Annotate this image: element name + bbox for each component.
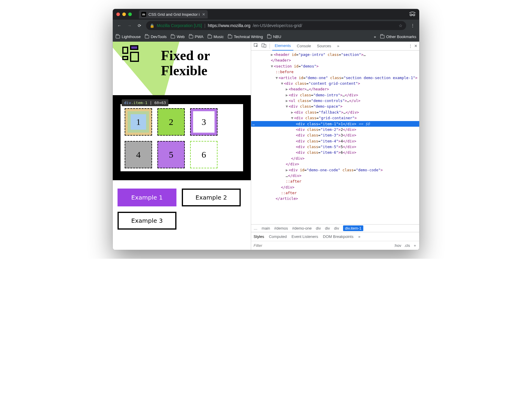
tab-elements[interactable]: Elements — [272, 42, 293, 51]
overflow-chevron-icon[interactable]: » — [374, 34, 376, 39]
tab-event-listeners[interactable]: Event Listeners — [292, 234, 318, 239]
styles-filter-row: :hov .cls ＋ — [251, 241, 419, 250]
tab-console[interactable]: Console — [295, 42, 314, 51]
tab-title: CSS Grid and Grid Inspector i — [148, 12, 200, 17]
menu-button[interactable]: ⋮ — [409, 22, 416, 29]
browser-tab[interactable]: m CSS Grid and Grid Inspector i ✕ — [139, 10, 208, 18]
crumb[interactable]: … — [254, 226, 257, 230]
bookmark-folder[interactable]: Music — [208, 34, 224, 39]
grid-container: 1 2 3 4 5 6 — [121, 104, 243, 171]
lock-icon: 🔒 — [150, 23, 154, 28]
dom-tree[interactable]: ▶<header id="page-intro" class="section"… — [251, 51, 419, 224]
grid-item-4[interactable]: 4 — [125, 141, 152, 168]
svg-rect-4 — [264, 45, 266, 47]
address-bar[interactable]: 🔒 Mozilla Corporation [US] | https://www… — [146, 21, 406, 30]
minimize-window-icon[interactable] — [122, 12, 126, 16]
crumb[interactable]: div — [325, 226, 330, 230]
dom-row-selected[interactable]: …<div class="item-1">1</div> == $0 — [251, 121, 419, 127]
breadcrumb-path: … main #demos #demo-one div div div div.… — [251, 224, 419, 232]
tab-dom-breakpoints[interactable]: DOM Breakpoints — [323, 234, 353, 239]
bookmark-folder[interactable]: DevTools — [145, 34, 167, 39]
grid-item-1[interactable]: 1 — [125, 108, 152, 136]
tab-computed[interactable]: Computed — [269, 234, 287, 239]
browser-window: m CSS Grid and Grid Inspector i ✕ ← → ⟳ … — [113, 9, 419, 250]
device-toggle-icon[interactable] — [261, 43, 267, 49]
grid-item-3[interactable]: 3 — [190, 108, 218, 136]
page-viewport: Fixed or Flexible div.item-1 | 60×63 1 2… — [113, 42, 251, 250]
tab-styles[interactable]: Styles — [254, 234, 264, 239]
inspect-icon[interactable] — [253, 43, 259, 49]
crumb[interactable]: main — [262, 226, 270, 230]
bookmark-star-icon[interactable]: ☆ — [399, 23, 403, 28]
crumb[interactable]: div — [334, 226, 339, 230]
devtools-menu-icon[interactable]: ⋮ — [409, 44, 412, 48]
crumb-selected[interactable]: div.item-1 — [343, 225, 363, 231]
content-split: Fixed or Flexible div.item-1 | 60×63 1 2… — [113, 42, 419, 250]
tab-sources[interactable]: Sources — [314, 42, 334, 51]
traffic-lights — [116, 12, 132, 16]
devtools-panel: Elements Console Sources » ⋮ ✕ ▶<header … — [251, 42, 419, 250]
example-2-button[interactable]: Example 2 — [182, 189, 241, 206]
styles-tabs: Styles Computed Event Listeners DOM Brea… — [251, 232, 419, 241]
grid-item-5[interactable]: 5 — [157, 141, 185, 168]
titlebar: m CSS Grid and Grid Inspector i ✕ — [113, 9, 419, 20]
grid-item-2[interactable]: 2 — [157, 108, 185, 136]
crumb[interactable]: #demo-one — [292, 226, 312, 230]
examples-row: Example 1 Example 2 Example 3 — [113, 180, 251, 236]
hov-toggle[interactable]: :hov — [394, 243, 401, 248]
other-bookmarks-folder[interactable]: Other Bookmarks — [380, 34, 416, 39]
bookmark-folder[interactable]: Web — [171, 34, 185, 39]
back-button[interactable]: ← — [116, 22, 123, 29]
forward-button[interactable]: → — [126, 22, 133, 29]
nav-toolbar: ← → ⟳ 🔒 Mozilla Corporation [US] | https… — [113, 20, 419, 32]
close-tab-icon[interactable]: ✕ — [202, 12, 205, 17]
bookmarks-bar: Lighthouse DevTools Web PWA Music Techni… — [113, 32, 419, 42]
example-1-button[interactable]: Example 1 — [118, 189, 176, 206]
bookmark-folder[interactable]: NBU — [267, 34, 281, 39]
url-host: https://www.mozilla.org — [208, 23, 250, 28]
page-title: Fixed or Flexible — [161, 48, 251, 78]
svg-point-1 — [413, 14, 415, 15]
new-style-rule-icon[interactable]: ＋ — [413, 243, 417, 248]
incognito-icon — [409, 12, 416, 17]
maximize-window-icon[interactable] — [128, 12, 132, 16]
cls-toggle[interactable]: .cls — [404, 243, 410, 248]
demo-space: 1 2 3 4 5 6 — [113, 95, 251, 180]
svg-point-0 — [410, 14, 412, 15]
url-path: /en-US/developer/css-grid/ — [253, 23, 302, 28]
bookmark-folder[interactable]: PWA — [189, 34, 204, 39]
favicon-icon: m — [141, 12, 146, 17]
example-3-button[interactable]: Example 3 — [118, 212, 176, 230]
bookmark-folder[interactable]: Lighthouse — [116, 34, 141, 39]
crumb[interactable]: #demos — [274, 226, 288, 230]
grid-item-6[interactable]: 6 — [190, 141, 218, 168]
bookmark-folder[interactable]: Technical Writing — [228, 34, 263, 39]
devtools-tabs: Elements Console Sources » ⋮ ✕ — [251, 42, 419, 51]
ev-cert-name: Mozilla Corporation [US] — [157, 23, 202, 28]
grid-logo-icon — [122, 45, 140, 64]
styles-filter-input[interactable] — [254, 243, 391, 248]
devtools-close-icon[interactable]: ✕ — [414, 44, 417, 48]
reload-button[interactable]: ⟳ — [136, 22, 143, 29]
tabs-overflow-icon[interactable]: » — [335, 42, 342, 51]
page-hero: Fixed or Flexible — [113, 42, 251, 95]
close-window-icon[interactable] — [116, 12, 120, 16]
styles-overflow-icon[interactable]: » — [358, 234, 360, 239]
inspector-tooltip: div.item-1 | 60×63 — [122, 99, 168, 106]
crumb[interactable]: div — [316, 226, 321, 230]
